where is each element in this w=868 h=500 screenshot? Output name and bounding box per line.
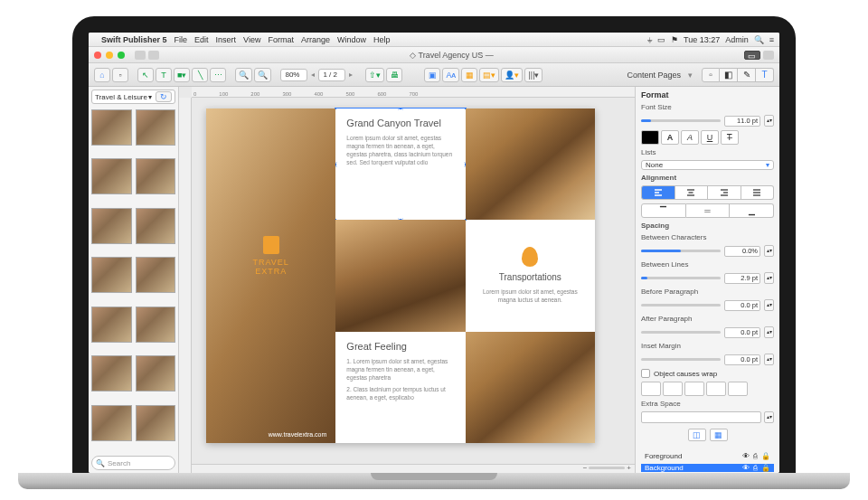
bold-button[interactable]: A xyxy=(661,130,679,145)
between-chars-value[interactable]: 0.0% xyxy=(724,246,760,257)
barcode-tool-icon[interactable]: |||▾ xyxy=(524,68,542,82)
strikethrough-button[interactable]: T̶ xyxy=(721,130,739,145)
after-para-value[interactable]: 0.0 pt xyxy=(724,327,760,338)
zoom-in-tool-icon[interactable]: 🔍 xyxy=(254,68,271,82)
view-mode-alt-icon[interactable] xyxy=(763,51,774,60)
menu-format[interactable]: Format xyxy=(268,35,294,44)
line-tool-icon[interactable]: ╲ xyxy=(192,68,208,82)
canvas-scrollbar-horizontal[interactable] xyxy=(192,464,635,473)
valign-middle-button[interactable]: ═ xyxy=(686,203,731,218)
wifi-status-icon[interactable]: ⏚ xyxy=(647,35,652,44)
content-pages-label[interactable]: Content Pages xyxy=(627,71,681,80)
menu-extras-icon[interactable]: ≡ xyxy=(769,35,774,44)
view-mode-normal-icon[interactable]: ▭ xyxy=(744,51,760,60)
font-size-value[interactable]: 11.0 pt xyxy=(724,116,760,127)
menu-window[interactable]: Window xyxy=(337,35,366,44)
image-block[interactable]: TRAVEL EXTRA www.travelextra.com xyxy=(206,108,335,443)
app-name-menu[interactable]: Swift Publisher 5 xyxy=(101,35,167,44)
between-chars-slider[interactable] xyxy=(641,250,721,252)
wrap-mode-3-button[interactable] xyxy=(684,382,704,396)
zoom-slider[interactable] xyxy=(589,467,625,469)
extra-space-stepper[interactable]: ▴▾ xyxy=(764,411,774,423)
align-left-button[interactable] xyxy=(641,185,675,200)
media-thumbnail[interactable] xyxy=(91,355,132,392)
before-para-value[interactable]: 0.0 pt xyxy=(724,300,760,311)
menu-insert[interactable]: Insert xyxy=(216,35,237,44)
underline-button[interactable]: U xyxy=(701,130,719,145)
person-tool-icon[interactable]: 👤▾ xyxy=(501,68,523,82)
italic-button[interactable]: A xyxy=(681,130,699,145)
content-pages-chevron-icon[interactable]: ▾ xyxy=(688,71,693,80)
minimize-window-button[interactable] xyxy=(106,52,113,59)
align-center-button[interactable] xyxy=(675,185,709,200)
select-tool-icon[interactable]: ↖ xyxy=(137,68,154,82)
wrap-mode-5-button[interactable] xyxy=(728,382,748,396)
text-block-great-feeling[interactable]: Great Feeling 1. Lorem ipsum dolor sit a… xyxy=(335,332,465,443)
table-tool-icon[interactable]: ▦ xyxy=(461,68,477,82)
media-thumbnail[interactable] xyxy=(91,158,132,194)
media-thumbnail[interactable] xyxy=(91,307,132,343)
font-size-stepper[interactable]: ▴▾ xyxy=(764,115,774,127)
wrap-mode-1-button[interactable] xyxy=(641,382,661,396)
print-icon[interactable]: ⎙ xyxy=(753,452,758,460)
category-select[interactable]: Travel & Leisure ▾ ↻ xyxy=(91,90,175,104)
menu-help[interactable]: Help xyxy=(373,35,391,44)
media-thumbnail[interactable] xyxy=(136,158,176,194)
print-tool-icon[interactable]: 🖶 xyxy=(386,68,402,82)
print-icon[interactable]: ⎙ xyxy=(753,464,758,472)
layer-foreground-row[interactable]: Foreground 👁 ⎙ 🔒 xyxy=(641,452,774,460)
menu-file[interactable]: File xyxy=(175,35,188,44)
inspector-tab-geometry-icon[interactable]: ◧ xyxy=(720,68,738,82)
page-indicator-field[interactable]: 1 / 2 xyxy=(318,69,345,81)
visibility-icon[interactable]: 👁 xyxy=(742,464,750,472)
inset-margin-stepper[interactable]: ▴▾ xyxy=(764,354,774,365)
calendar-tool-icon[interactable]: ▤▾ xyxy=(479,68,499,82)
media-thumbnail[interactable] xyxy=(91,257,132,293)
align-right-button[interactable] xyxy=(708,185,741,200)
image-block[interactable] xyxy=(466,108,595,220)
between-lines-slider[interactable] xyxy=(641,277,721,279)
user-text[interactable]: Admin xyxy=(725,35,749,44)
zoom-minus-icon[interactable]: − xyxy=(583,464,588,472)
align-justify-button[interactable] xyxy=(741,185,775,200)
media-thumbnail[interactable] xyxy=(136,355,176,392)
new-page-icon[interactable]: ▫ xyxy=(112,68,128,82)
valign-top-button[interactable]: ▔ xyxy=(641,203,686,218)
layers-view-stack-icon[interactable]: ◫ xyxy=(688,429,706,441)
media-search-input[interactable]: 🔍 Search xyxy=(91,456,175,470)
media-thumbnail[interactable] xyxy=(136,257,176,293)
wrap-mode-2-button[interactable] xyxy=(663,382,683,396)
before-para-stepper[interactable]: ▴▾ xyxy=(764,299,774,311)
text-style-tool-icon[interactable]: Aᴀ xyxy=(442,68,459,82)
image-tool-icon[interactable]: ▣ xyxy=(424,68,440,82)
layer-background-row[interactable]: Background 👁 ⎙ 🔒 xyxy=(641,464,774,472)
wrap-mode-4-button[interactable] xyxy=(706,382,726,396)
lock-icon[interactable]: 🔒 xyxy=(761,464,770,472)
visibility-icon[interactable]: 👁 xyxy=(742,452,750,460)
inset-margin-slider[interactable] xyxy=(641,358,721,361)
media-thumbnail[interactable] xyxy=(136,405,176,441)
menu-view[interactable]: View xyxy=(243,35,260,44)
after-para-slider[interactable] xyxy=(641,331,721,334)
inspector-tab-text-icon[interactable]: T xyxy=(756,68,774,82)
media-thumbnail[interactable] xyxy=(136,307,176,343)
media-thumbnail[interactable] xyxy=(136,109,176,146)
text-block-grand-canyon[interactable]: Grand Canyon Travel Lorem ipsum dolor si… xyxy=(335,108,465,220)
media-thumbnail[interactable] xyxy=(136,208,176,244)
image-block[interactable] xyxy=(466,332,595,443)
more-tools-icon[interactable]: ⋯ xyxy=(210,68,226,82)
media-thumbnail[interactable] xyxy=(91,109,132,146)
text-block-transportations[interactable]: Transportations Lorem ipsum dolor sit am… xyxy=(466,220,595,331)
spotlight-icon[interactable]: 🔍 xyxy=(754,35,764,44)
extra-space-field[interactable] xyxy=(641,411,761,423)
menu-arrange[interactable]: Arrange xyxy=(301,35,330,44)
keyboard-status-icon[interactable]: ▭ xyxy=(657,35,665,44)
layers-view-grid-icon[interactable]: ▦ xyxy=(710,429,728,441)
lists-dropdown[interactable]: None ▾ xyxy=(641,160,774,170)
canvas-area[interactable]: 0 100 200 300 400 500 600 700 Grand Cany… xyxy=(179,87,635,473)
export-tool-icon[interactable]: ⇧▾ xyxy=(365,68,384,82)
sidebar-toggle-icon[interactable] xyxy=(135,51,146,60)
zoom-level-field[interactable]: 80% xyxy=(280,69,307,81)
between-lines-stepper[interactable]: ▴▾ xyxy=(764,272,774,284)
zoom-plus-icon[interactable]: + xyxy=(627,464,631,472)
